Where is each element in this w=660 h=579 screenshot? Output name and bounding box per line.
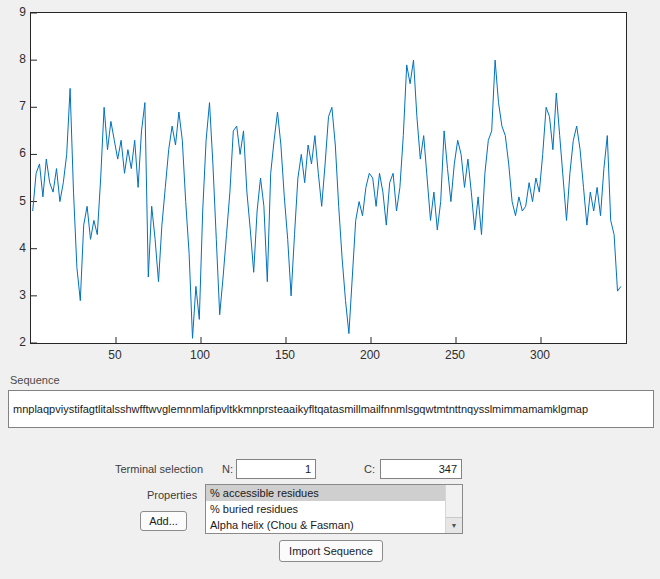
- x-tick-label: 250: [440, 348, 470, 362]
- y-tick-label: 2: [6, 335, 26, 349]
- properties-scrollbar[interactable]: ▼: [445, 485, 462, 533]
- properties-label: Properties: [147, 489, 197, 501]
- c-terminal-label: C:: [364, 463, 375, 475]
- y-tick-label: 9: [6, 5, 26, 19]
- properties-option[interactable]: % accessible residues: [206, 485, 448, 501]
- plot-area: [30, 12, 627, 344]
- proteinplot-window: Sequence Terminal selection N: C: Proper…: [0, 0, 660, 579]
- n-terminal-input[interactable]: [236, 459, 316, 479]
- properties-options: % accessible residues% buried residuesAl…: [206, 485, 462, 533]
- y-tick-label: 6: [6, 146, 26, 160]
- add-property-button[interactable]: Add...: [140, 511, 187, 531]
- properties-option[interactable]: % buried residues: [206, 501, 448, 517]
- x-tick-label: 100: [185, 348, 215, 362]
- x-tick-label: 50: [100, 348, 130, 362]
- y-tick-label: 8: [6, 52, 26, 66]
- n-terminal-label: N:: [222, 463, 233, 475]
- terminal-selection-label: Terminal selection: [115, 463, 203, 475]
- scrollbar-down-icon[interactable]: ▼: [446, 517, 462, 533]
- sequence-input[interactable]: [8, 390, 654, 428]
- y-tick-label: 7: [6, 99, 26, 113]
- properties-option[interactable]: Alpha helix (Chou & Fasman): [206, 517, 448, 533]
- y-tick-label: 4: [6, 241, 26, 255]
- c-terminal-input[interactable]: [380, 459, 462, 479]
- x-tick-label: 200: [355, 348, 385, 362]
- properties-listbox[interactable]: % accessible residues% buried residuesAl…: [205, 484, 463, 534]
- y-tick-label: 5: [6, 194, 26, 208]
- sequence-label: Sequence: [10, 374, 60, 386]
- x-tick-label: 150: [270, 348, 300, 362]
- x-tick-label: 300: [525, 348, 555, 362]
- y-tick-label: 3: [6, 288, 26, 302]
- data-line: [33, 60, 621, 338]
- sequence-plot: [31, 13, 626, 343]
- import-sequence-button[interactable]: Import Sequence: [279, 540, 383, 562]
- axis-ticks: [31, 13, 541, 343]
